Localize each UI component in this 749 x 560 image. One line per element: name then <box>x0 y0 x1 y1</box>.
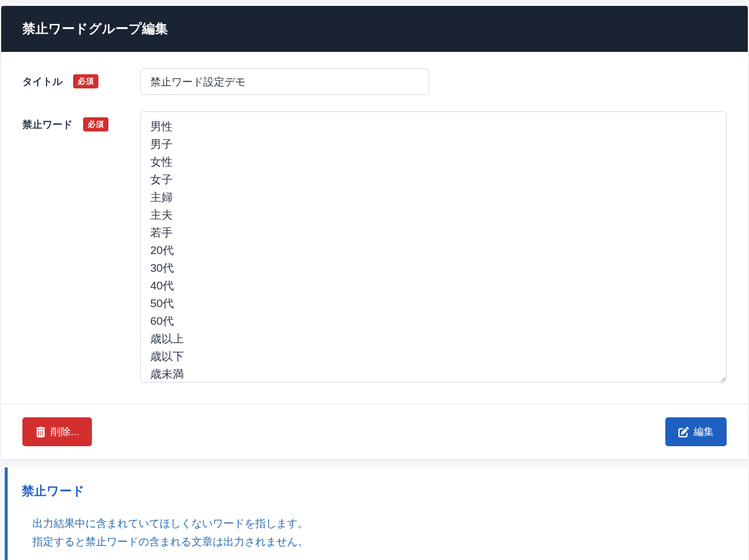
edit-button-label: 編集 <box>694 425 714 439</box>
title-label: タイトル <box>22 75 62 88</box>
title-input-col <box>140 68 727 95</box>
delete-button-label: 削除... <box>51 425 79 439</box>
delete-button[interactable]: 削除... <box>22 417 92 446</box>
title-row: タイトル 必須 <box>22 68 727 95</box>
edit-icon <box>678 427 689 437</box>
trash-icon <box>35 427 46 437</box>
edit-card: 禁止ワードグループ編集 タイトル 必須 禁止ワード 必須 <box>1 6 748 459</box>
info-line: 出力結果中に含まれていてほしくないワードを指します。 <box>32 515 731 533</box>
page-title: 禁止ワードグループ編集 <box>22 21 168 36</box>
title-label-col: タイトル 必須 <box>22 68 140 88</box>
words-label-col: 禁止ワード 必須 <box>22 111 140 131</box>
required-badge: 必須 <box>83 117 108 131</box>
card-footer: 削除... 編集 <box>1 404 748 459</box>
edit-button[interactable]: 編集 <box>665 417 727 446</box>
words-textarea[interactable] <box>140 111 727 383</box>
info-title: 禁止ワード <box>22 483 731 499</box>
words-label: 禁止ワード <box>22 118 72 131</box>
card-header: 禁止ワードグループ編集 <box>1 6 748 52</box>
title-input[interactable] <box>140 68 429 95</box>
words-row: 禁止ワード 必須 <box>22 111 727 385</box>
info-body: 出力結果中に含まれていてほしくないワードを指します。 指定すると禁止ワードの含ま… <box>22 515 731 551</box>
words-input-col <box>140 111 727 385</box>
info-panel: 禁止ワード 出力結果中に含まれていてほしくないワードを指します。 指定すると禁止… <box>5 467 748 560</box>
required-badge: 必須 <box>73 74 98 88</box>
info-line: 指定すると禁止ワードの含まれる文章は出力されません。 <box>32 533 731 551</box>
form-body: タイトル 必須 禁止ワード 必須 <box>1 52 748 404</box>
